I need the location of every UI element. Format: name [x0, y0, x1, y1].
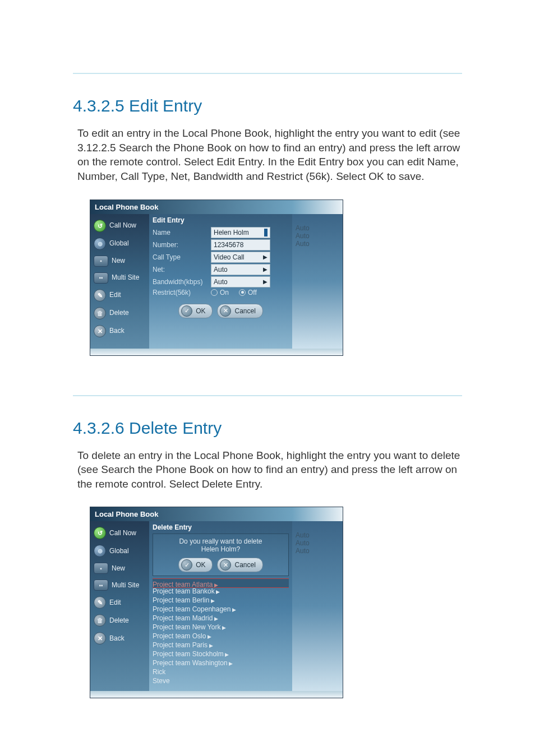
trash-icon: 🗑 [94, 614, 106, 627]
list-item[interactable]: Project team Atlanta [153, 578, 289, 588]
ok-button[interactable]: ✓ OK [178, 558, 213, 572]
sidebar: ↺ Call Now ⊕ Global ▪ New ▪▪ Multi Site [90, 214, 149, 349]
confirm-text-line1: Do you really want to delete [155, 537, 286, 545]
right-value: Auto [296, 539, 339, 547]
sidebar-item-label: Back [109, 327, 147, 335]
delete-panel: Delete Entry Do you really want to delet… [149, 521, 292, 691]
sidebar-item-label: Multi Site [112, 582, 147, 589]
screenshot-delete-entry: Local Phone Book ↺ Call Now ⊕ Global ▪ N… [90, 507, 343, 698]
label-bandwidth: Bandwidth(kbps) [153, 278, 209, 286]
sidebar-item-label: Multi Site [112, 274, 147, 281]
window-title: Local Phone Book [90, 507, 343, 521]
right-value: Auto [296, 531, 339, 539]
list-item[interactable]: Rick [153, 667, 289, 676]
sidebar-item-back[interactable]: ✕ Back [94, 325, 147, 337]
label-net: Net: [153, 266, 209, 273]
pencil-icon: ✎ [94, 289, 106, 302]
select-net[interactable]: Auto▶ [211, 264, 270, 275]
sidebar-item-delete[interactable]: 🗑 Delete [94, 307, 147, 319]
radio-restrict-on[interactable]: On [211, 289, 229, 296]
call-icon: ↺ [94, 527, 106, 539]
pencil-icon: ✎ [94, 596, 106, 609]
cancel-button[interactable]: ✕ Cancel [217, 304, 262, 318]
panel-title: Delete Entry [149, 521, 292, 534]
cancel-button[interactable]: ✕ Cancel [217, 558, 262, 572]
list-item[interactable]: Project team Paris [153, 641, 289, 650]
heading-delete-entry: 4.3.2.6 Delete Entry [73, 419, 462, 438]
multi-icon: ▪▪ [94, 272, 108, 284]
right-value: Auto [296, 240, 339, 248]
select-bandwidth[interactable]: Auto▶ [211, 276, 270, 287]
label-number: Number: [153, 241, 209, 249]
new-icon: ▪ [94, 563, 108, 574]
sidebar-item-multi-site[interactable]: ▪▪ Multi Site [94, 272, 147, 284]
radio-restrict-off[interactable]: Off [239, 289, 257, 296]
label-restrict: Restrict(56k) [153, 289, 209, 296]
sidebar-item-new[interactable]: ▪ New [94, 563, 147, 574]
input-number[interactable]: 12345678 [211, 239, 270, 251]
close-icon: ✕ [220, 305, 231, 317]
panel-title: Edit Entry [149, 214, 292, 226]
sidebar-item-label: New [112, 565, 147, 572]
confirm-dialog: Do you really want to delete Helen Holm?… [153, 534, 289, 576]
label-calltype: Call Type [153, 253, 209, 261]
label-name: Name [153, 229, 209, 236]
close-icon: ✕ [94, 325, 106, 337]
right-value: Auto [296, 547, 339, 555]
check-icon: ✓ [181, 559, 192, 571]
sidebar-item-label: New [112, 257, 147, 265]
sidebar-item-label: Global [109, 548, 147, 555]
ok-button[interactable]: ✓ OK [178, 304, 213, 318]
sidebar-item-new[interactable]: ▪ New [94, 256, 147, 267]
call-icon: ↺ [94, 220, 106, 232]
new-icon: ▪ [94, 256, 108, 267]
close-icon: ✕ [94, 632, 106, 644]
list-item[interactable]: Project team Berlin [153, 596, 289, 605]
sidebar-item-label: Delete [109, 309, 147, 317]
sidebar-item-delete[interactable]: 🗑 Delete [94, 614, 147, 627]
confirm-text-line2: Helen Holm? [155, 545, 286, 553]
sidebar-item-edit[interactable]: ✎ Edit [94, 289, 147, 302]
sidebar-item-label: Call Now [109, 530, 147, 537]
sidebar-item-call-now[interactable]: ↺ Call Now [94, 220, 147, 232]
list-item[interactable]: Project team Copenhagen [153, 605, 289, 614]
screenshot-edit-entry: Local Phone Book ↺ Call Now ⊕ Global ▪ N… [90, 200, 343, 356]
sidebar-item-back[interactable]: ✕ Back [94, 632, 147, 644]
globe-icon: ⊕ [94, 238, 106, 250]
trash-icon: 🗑 [94, 307, 106, 319]
sidebar-item-global[interactable]: ⊕ Global [94, 238, 147, 250]
edit-panel: Edit Entry Name Helen Holm. Number: 1234… [149, 214, 292, 349]
list-item[interactable]: Project team Bankok [153, 587, 289, 596]
sidebar-item-global[interactable]: ⊕ Global [94, 545, 147, 557]
check-icon: ✓ [181, 305, 192, 317]
chevron-right-icon: ▶ [263, 254, 268, 260]
list-item[interactable]: Preject team Washington [153, 658, 289, 667]
list-item[interactable]: Project team Oslo [153, 632, 289, 641]
list-item[interactable]: Project team Stockholm [153, 650, 289, 658]
sidebar-item-label: Delete [109, 617, 147, 624]
globe-icon: ⊕ [94, 545, 106, 557]
right-col: Auto Auto Auto [292, 214, 343, 349]
sidebar-item-label: Back [109, 635, 147, 642]
select-calltype[interactable]: Video Call▶ [211, 252, 270, 263]
paragraph-delete: To delete an entry in the Local Phone Bo… [77, 448, 462, 491]
divider [73, 73, 462, 74]
chevron-right-icon: ▶ [263, 279, 268, 285]
sidebar-item-edit[interactable]: ✎ Edit [94, 596, 147, 609]
list-item[interactable]: Project team New York [153, 623, 289, 632]
right-col: Auto Auto Auto [292, 521, 343, 691]
list-item[interactable]: Project team Madrid [153, 614, 289, 623]
paragraph-edit: To edit an entry in the Local Phone Book… [77, 126, 462, 184]
input-name[interactable]: Helen Holm. [211, 227, 270, 238]
sidebar-item-label: Call Now [109, 222, 147, 229]
divider [73, 395, 462, 396]
sidebar-item-multi-site[interactable]: ▪▪ Multi Site [94, 579, 147, 591]
sidebar-item-label: Global [109, 240, 147, 247]
sidebar: ↺ Call Now ⊕ Global ▪ New ▪▪ Multi Site [90, 521, 149, 691]
sidebar-item-call-now[interactable]: ↺ Call Now [94, 527, 147, 539]
list-item[interactable]: Steve [153, 676, 289, 685]
sidebar-item-label: Edit [109, 291, 147, 299]
contact-list: Project team Atlanta Project team Bankok… [149, 577, 292, 685]
close-icon: ✕ [220, 559, 231, 571]
multi-icon: ▪▪ [94, 579, 108, 591]
